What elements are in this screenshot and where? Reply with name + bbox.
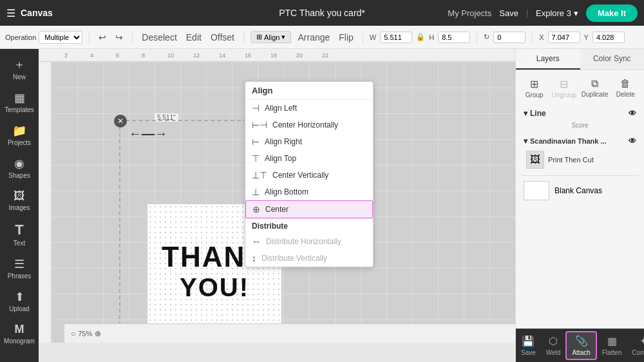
edit-button[interactable]: Edit — [184, 31, 204, 44]
duplicate-icon: ⧉ — [591, 78, 598, 90]
make-it-button[interactable]: Make It — [586, 5, 638, 22]
top-bar: ☰ Canvas PTC Thank you card* My Projects… — [0, 0, 644, 26]
y-label: Y — [584, 33, 589, 41]
y-input[interactable]: 4.028 — [592, 32, 625, 43]
align-chevron-icon: ▾ — [281, 33, 285, 41]
align-bottom-item[interactable]: ⊥ Align Bottom — [245, 184, 373, 200]
bottom-save-item[interactable]: 💾 Save — [516, 332, 541, 359]
align-left-icon: ⊣ — [252, 103, 260, 113]
x-input[interactable]: 7.047 — [548, 32, 580, 43]
images-icon: 🖼 — [14, 189, 25, 203]
ungroup-button[interactable]: ⊟ Ungroup — [550, 75, 577, 101]
sidebar-item-projects[interactable]: 📁 Projects — [3, 120, 36, 150]
monogram-icon: M — [15, 323, 24, 336]
align-center-icon: ⊕ — [252, 204, 260, 214]
line-header[interactable]: ▾ Line 👁 — [521, 106, 639, 120]
align-center-h-icon: ⊢⊣ — [252, 120, 267, 130]
sidebar-label-new: New — [13, 73, 26, 81]
sidebar-item-phrases[interactable]: ☰ Phrases — [3, 253, 36, 283]
sidebar-label-images: Images — [9, 204, 30, 211]
tab-layers[interactable]: Layers — [516, 49, 580, 70]
toolbar: Operation Multiple ↩ ↪ Deselect Edit Off… — [0, 26, 644, 49]
align-top-item[interactable]: ⊤ Align Top — [245, 150, 373, 167]
align-center-item[interactable]: ⊕ Center — [245, 200, 373, 218]
document-title: PTC Thank you card* — [279, 8, 365, 18]
sidebar-label-projects: Projects — [8, 139, 31, 146]
delete-button[interactable]: 🗑 Delete — [612, 75, 639, 101]
flip-button[interactable]: Flip — [336, 31, 356, 44]
bottom-attach-icon: 📎 — [575, 335, 588, 347]
deselect-button[interactable]: Deselect — [139, 31, 179, 44]
explore-button[interactable]: Explore 3 ▾ — [536, 8, 578, 18]
group-button[interactable]: ⊞ Group — [521, 75, 547, 101]
align-left-label: Align Left — [265, 104, 297, 113]
new-icon: ＋ — [14, 57, 25, 72]
sidebar-item-images[interactable]: 🖼 Images — [3, 186, 36, 215]
align-bottom-label: Align Bottom — [265, 187, 308, 196]
align-left-item[interactable]: ⊣ Align Left — [245, 100, 373, 117]
align-top-icon: ⊤ — [252, 153, 260, 164]
align-center-v-item[interactable]: ⊥⊤ Center Vertically — [245, 167, 373, 184]
layer-thumbnail: 🖼 — [526, 151, 544, 169]
size-w-input[interactable]: 5.511 — [380, 32, 412, 43]
my-projects-link[interactable]: My Projects — [448, 8, 491, 18]
align-button[interactable]: ⊞ Align ▾ — [251, 31, 291, 43]
bottom-weld-icon: ⬡ — [549, 335, 558, 347]
top-bar-right: My Projects Save | Explore 3 ▾ Make It — [448, 5, 638, 22]
tab-color-sync[interactable]: Color Sync — [580, 49, 645, 70]
sidebar-item-text[interactable]: T Text — [3, 218, 36, 251]
size-h-input[interactable]: 8.5 — [438, 32, 470, 43]
zoom-out-button[interactable]: ○ — [71, 329, 75, 338]
distribute-h-label: Distribute Horizontally — [266, 237, 341, 246]
ruler-vertical — [39, 62, 52, 343]
scandinavian-visibility-icon[interactable]: 👁 — [629, 137, 636, 146]
align-bottom-icon: ⊥ — [252, 187, 260, 197]
scandinavian-header[interactable]: ▾ Scandinavian Thank ... 👁 — [521, 134, 639, 148]
operation-select[interactable]: Operation Multiple — [5, 31, 82, 44]
undo-button[interactable]: ↩ — [96, 31, 109, 44]
delete-icon: 🗑 — [620, 78, 630, 90]
canvas-area[interactable]: 2 4 6 8 10 12 14 16 18 20 22 5.511" ←—→ … — [39, 49, 515, 362]
bottom-flatten-item[interactable]: ▦ Flatten — [597, 332, 627, 359]
zoom-percent: 75% — [78, 330, 92, 338]
canvas-content[interactable]: 5.511" ←—→ ✕ 🔒 ⤡ 8.5" THANK YOU! — [52, 62, 515, 343]
duplicate-button[interactable]: ⧉ Duplicate — [580, 75, 610, 101]
score-label: Score — [521, 120, 639, 130]
bottom-contour-label: Contour — [632, 349, 644, 356]
arrange-button[interactable]: Arrange — [295, 31, 332, 44]
hamburger-icon[interactable]: ☰ — [6, 7, 15, 19]
line-chevron-icon: ▾ — [524, 109, 527, 118]
zoom-in-button[interactable]: ⊕ — [95, 329, 101, 338]
zoom-control[interactable]: ○ 75% ⊕ — [71, 329, 101, 338]
sidebar-item-templates[interactable]: ▦ Templates — [3, 87, 36, 117]
bottom-contour-item[interactable]: ✦ Contour — [627, 332, 644, 359]
bottom-attach-item[interactable]: 📎 Attach — [565, 331, 596, 360]
text-icon: T — [15, 222, 23, 238]
print-then-cut-item[interactable]: 🖼 Print Then Cut — [521, 148, 639, 171]
scandinavian-chevron-icon: ▾ — [524, 137, 527, 146]
sidebar-item-monogram[interactable]: M Monogram — [3, 319, 36, 348]
line-visibility-icon[interactable]: 👁 — [629, 109, 636, 118]
bottom-flatten-icon: ▦ — [607, 335, 617, 347]
save-button[interactable]: Save — [499, 8, 518, 18]
sidebar-item-new[interactable]: ＋ New — [3, 53, 36, 84]
size-h-label: H — [429, 33, 434, 41]
distribute-h-icon: ↔ — [252, 236, 261, 247]
align-center-h-item[interactable]: ⊢⊣ Center Horizontally — [245, 117, 373, 133]
right-panel: Layers Color Sync ⊞ Group ⊟ Ungroup ⧉ Du… — [515, 49, 644, 362]
blank-canvas-area: Blank Canvas — [521, 175, 639, 205]
rotate-input[interactable]: 0 — [493, 32, 526, 43]
align-label: Align — [264, 33, 279, 41]
align-right-item[interactable]: ⊢ Align Right — [245, 133, 373, 150]
top-bar-left: ☰ Canvas — [6, 7, 53, 19]
chevron-down-icon: ▾ — [574, 8, 578, 18]
close-handle[interactable]: ✕ — [114, 115, 127, 128]
offset-button[interactable]: Offset — [208, 31, 237, 44]
redo-button[interactable]: ↪ — [113, 31, 126, 44]
bottom-weld-item[interactable]: ⬡ Weld — [541, 332, 566, 359]
distribute-h-item: ↔ Distribute Horizontally — [245, 233, 373, 250]
sidebar-item-shapes[interactable]: ◉ Shapes — [3, 153, 36, 183]
operation-dropdown[interactable]: Multiple — [39, 31, 82, 44]
sidebar-item-upload[interactable]: ⬆ Upload — [3, 286, 36, 316]
sep3 — [243, 31, 244, 44]
